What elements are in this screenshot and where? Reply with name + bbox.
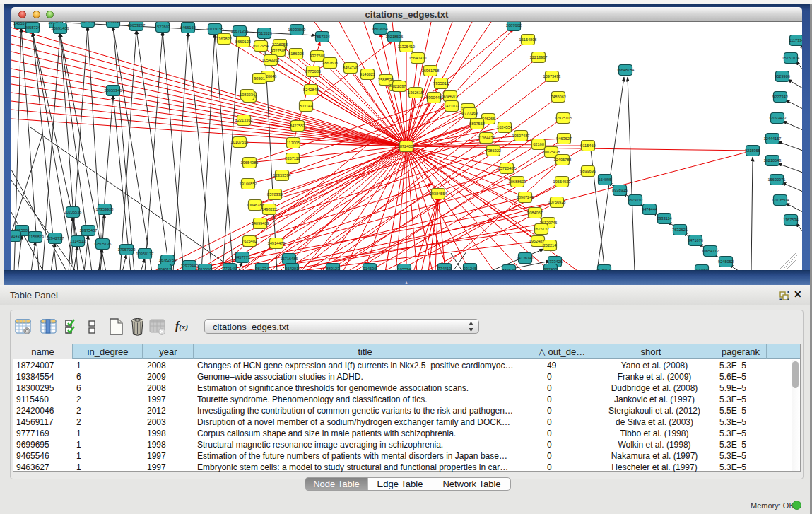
- svg-text:1314513: 1314513: [70, 239, 86, 243]
- svg-text:772145: 772145: [223, 267, 237, 270]
- svg-text:11156829: 11156829: [27, 235, 44, 239]
- svg-text:9457771: 9457771: [235, 255, 250, 259]
- svg-text:9529986: 9529986: [775, 74, 790, 78]
- svg-text:18907249: 18907249: [517, 195, 534, 199]
- svg-text:8938915: 8938915: [612, 188, 628, 192]
- svg-text:1167534: 1167534: [783, 218, 798, 222]
- svg-text:10719155: 10719155: [206, 27, 224, 31]
- svg-text:15692971: 15692971: [768, 177, 786, 182]
- svg-text:8775685: 8775685: [305, 69, 321, 74]
- svg-text:16782759: 16782759: [159, 258, 177, 262]
- svg-text:889123: 889123: [326, 267, 340, 270]
- svg-text:8990448: 8990448: [426, 95, 442, 100]
- svg-text:12093423: 12093423: [769, 116, 787, 120]
- svg-text:16961758: 16961758: [422, 69, 440, 73]
- svg-text:9146821: 9146821: [360, 72, 375, 76]
- svg-text:664201: 664201: [286, 267, 299, 270]
- svg-text:164095: 164095: [599, 177, 612, 182]
- svg-text:7625402: 7625402: [242, 239, 257, 243]
- svg-text:102455: 102455: [695, 268, 709, 270]
- svg-text:1117334: 1117334: [789, 38, 802, 42]
- svg-text:8186328: 8186328: [288, 52, 304, 56]
- svg-text:9245052: 9245052: [718, 259, 734, 264]
- svg-text:981234: 981234: [256, 267, 269, 270]
- svg-text:14136141: 14136141: [517, 256, 534, 260]
- svg-text:17359928: 17359928: [96, 207, 114, 211]
- svg-text:17957223: 17957223: [118, 247, 136, 252]
- svg-text:8578332: 8578332: [267, 192, 283, 197]
- svg-text:914530: 914530: [363, 267, 377, 270]
- svg-text:16154808: 16154808: [519, 37, 537, 42]
- svg-text:12923443: 12923443: [181, 264, 199, 268]
- svg-text:15751074: 15751074: [782, 56, 800, 60]
- svg-text:16210643: 16210643: [764, 158, 782, 163]
- svg-text:876401: 876401: [598, 268, 611, 270]
- svg-text:9794073: 9794073: [442, 94, 458, 98]
- svg-text:1615132: 1615132: [534, 227, 549, 231]
- svg-text:774410: 774410: [438, 267, 452, 270]
- svg-text:10975487: 10975487: [80, 228, 98, 233]
- svg-text:8660123: 8660123: [235, 40, 251, 44]
- svg-text:7857224: 7857224: [314, 35, 330, 39]
- svg-text:11325419: 11325419: [398, 45, 415, 49]
- svg-text:10688609: 10688609: [509, 180, 526, 184]
- svg-text:8454749: 8454749: [343, 66, 358, 70]
- svg-text:15640910: 15640910: [409, 56, 427, 60]
- svg-text:8912954: 8912954: [253, 44, 269, 48]
- svg-text:9115460: 9115460: [580, 144, 595, 148]
- svg-text:2103347: 2103347: [105, 22, 121, 24]
- svg-text:8471676: 8471676: [688, 238, 703, 243]
- svg-text:10654112: 10654112: [702, 249, 719, 253]
- svg-text:12505135: 12505135: [94, 242, 112, 246]
- svg-text:8267110: 8267110: [285, 156, 300, 160]
- svg-text:20206536: 20206536: [64, 210, 82, 214]
- svg-text:10958177: 10958177: [136, 252, 154, 256]
- svg-text:14914479: 14914479: [268, 241, 286, 245]
- svg-text:1624554: 1624554: [497, 125, 512, 129]
- svg-text:7163822: 7163822: [216, 37, 232, 41]
- svg-text:12213967: 12213967: [530, 55, 548, 59]
- svg-text:98901: 98901: [254, 76, 265, 81]
- svg-text:2087662: 2087662: [506, 23, 522, 28]
- svg-text:8813054: 8813054: [372, 27, 388, 31]
- svg-text:252214: 252214: [543, 243, 557, 247]
- svg-text:1065326: 1065326: [80, 22, 95, 24]
- svg-text:9327505: 9327505: [271, 49, 286, 53]
- svg-text:904512: 904512: [158, 267, 172, 270]
- svg-text:2055724: 2055724: [25, 25, 40, 30]
- svg-text:803144: 803144: [300, 104, 313, 108]
- svg-text:9084067: 9084067: [527, 211, 543, 215]
- svg-text:62160: 62160: [533, 142, 544, 146]
- svg-text:1362615: 1362615: [408, 90, 423, 95]
- svg-text:815530: 815530: [199, 267, 212, 270]
- svg-text:10543362: 10543362: [262, 58, 280, 62]
- svg-text:7386322: 7386322: [486, 148, 501, 153]
- svg-text:105534: 105534: [398, 267, 411, 270]
- svg-text:12444157: 12444157: [764, 136, 782, 141]
- svg-text:2867608: 2867608: [322, 61, 338, 65]
- svg-text:19218506: 19218506: [386, 35, 404, 39]
- svg-text:20053346: 20053346: [105, 88, 122, 93]
- svg-text:7632621: 7632621: [672, 228, 688, 232]
- svg-text:8427552: 8427552: [290, 124, 305, 128]
- svg-text:20691406: 20691406: [52, 26, 69, 30]
- svg-text:21364436: 21364436: [478, 136, 495, 140]
- svg-text:19654923: 19654923: [553, 180, 571, 184]
- svg-text:12353594: 12353594: [273, 173, 291, 177]
- svg-text:992450: 992450: [544, 267, 558, 270]
- svg-text:39143: 39143: [11, 234, 20, 238]
- svg-text:10507487: 10507487: [512, 134, 530, 138]
- svg-text:12975105: 12975105: [555, 116, 572, 120]
- svg-text:19166852: 19166852: [240, 182, 257, 186]
- svg-text:6897568: 6897568: [469, 122, 485, 126]
- svg-text:19384554: 19384554: [430, 192, 447, 196]
- svg-text:6466160: 6466160: [180, 25, 196, 30]
- svg-text:822037: 822037: [393, 84, 406, 88]
- svg-text:10973493: 10973493: [543, 74, 561, 78]
- svg-text:6679197: 6679197: [628, 198, 643, 202]
- svg-text:10653267: 10653267: [128, 23, 146, 28]
- svg-text:9327508: 9327508: [310, 54, 325, 58]
- svg-text:10756928: 10756928: [548, 200, 566, 204]
- svg-text:19654985: 19654985: [241, 160, 259, 165]
- svg-text:9474444: 9474444: [642, 207, 657, 211]
